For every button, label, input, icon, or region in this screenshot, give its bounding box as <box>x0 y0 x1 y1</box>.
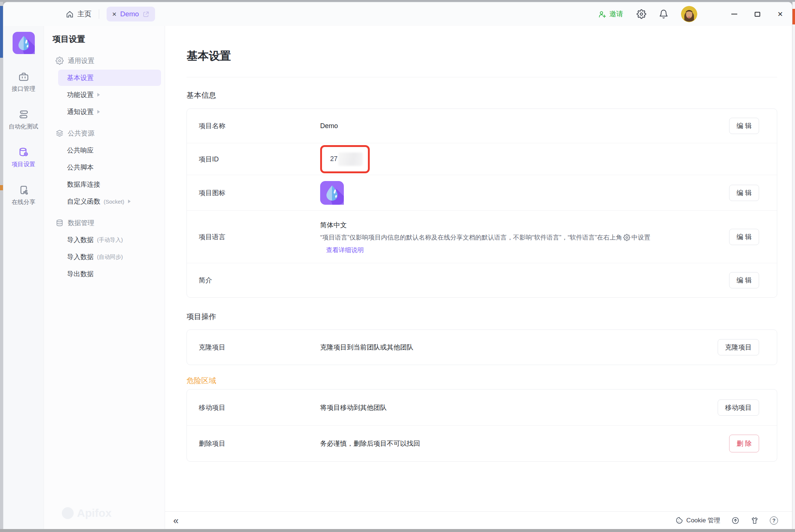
sidebar-item-basic-settings[interactable]: 基本设置 <box>58 70 161 86</box>
expand-arrow-icon <box>97 110 100 114</box>
sidebar-item-custom-functions[interactable]: 自定义函数 (Socket) <box>58 193 161 210</box>
topbar-right: 邀请 × <box>598 6 784 22</box>
tab-demo[interactable]: × Demo <box>107 7 155 21</box>
sidebar-item-label: 基本设置 <box>67 73 94 82</box>
maximize-icon <box>755 12 760 17</box>
tab-close-icon[interactable]: × <box>112 10 117 18</box>
edit-project-name-button[interactable]: 编 辑 <box>729 118 759 134</box>
row-project-name: 项目名称 Demo 编 辑 <box>187 109 777 143</box>
settings-sidebar: 项目设置 通用设置 基本设置 功能设置 通知设置 <box>44 26 165 529</box>
row-project-id: 项目ID 27 <box>187 143 777 175</box>
apifox-watermark-logo <box>62 507 74 519</box>
sidebar-item-export-data[interactable]: 导出数据 <box>58 266 161 282</box>
view-details-link[interactable]: 查看详细说明 <box>326 245 729 255</box>
sidebar-item-notification-settings[interactable]: 通知设置 <box>58 104 161 120</box>
delete-project-label: 删除项目 <box>199 439 320 448</box>
sidebar-item-public-responses[interactable]: 公共响应 <box>58 142 161 158</box>
project-language-description: “项目语言”仅影响项目内信息的默认名称及在线分享文档的默认语言，不影响“软件语言… <box>320 232 729 243</box>
rail-item-project-settings[interactable]: 项目设置 <box>3 144 44 171</box>
project-language-value-block: 简体中文 “项目语言”仅影响项目内信息的默认名称及在线分享文档的默认语言，不影响… <box>320 213 729 261</box>
upload-circle-icon[interactable] <box>731 516 739 525</box>
edit-project-icon-button[interactable]: 编 辑 <box>729 185 759 201</box>
sidebar-title: 项目设置 <box>44 26 165 53</box>
sidebar-item-suffix: (Socket) <box>104 198 124 205</box>
cookie-manager-label: Cookie 管理 <box>686 516 720 525</box>
rail-item-automated-testing[interactable]: 自动化测试 <box>3 106 44 133</box>
sidebar-item-label: 功能设置 <box>67 90 94 99</box>
main-content: 基本设置 基本信息 项目名称 Demo 编 辑 项目ID 27 <box>165 26 792 529</box>
project-name-value: Demo <box>320 122 729 130</box>
divider <box>187 77 777 77</box>
background-window-edge-right <box>792 0 795 532</box>
sidebar-group-general: 通用设置 基本设置 功能设置 通知设置 <box>44 53 165 120</box>
inline-gear-icon <box>623 234 630 241</box>
app-logo <box>13 32 35 54</box>
rail-item-api-management[interactable]: 接口管理 <box>3 68 44 96</box>
help-icon[interactable]: ? <box>770 516 778 525</box>
sidebar-item-database-connections[interactable]: 数据库连接 <box>58 176 161 193</box>
clone-project-button[interactable]: 克隆项目 <box>718 339 759 355</box>
window-minimize-button[interactable] <box>731 14 738 14</box>
delete-project-button[interactable]: 删 除 <box>729 435 759 452</box>
section-basic-info-label: 基本信息 <box>187 90 777 100</box>
sidebar-item-public-scripts[interactable]: 公共脚本 <box>58 159 161 175</box>
move-project-button[interactable]: 移动项目 <box>718 399 759 416</box>
project-name-label: 项目名称 <box>199 121 320 130</box>
clone-project-description: 克隆项目到当前团队或其他团队 <box>320 343 718 352</box>
window-close-button[interactable]: × <box>776 10 784 19</box>
sidebar-group-label: 数据管理 <box>68 218 94 227</box>
sidebar-item-label: 数据库连接 <box>67 180 100 189</box>
project-settings-icon <box>18 147 29 158</box>
sidebar-item-import-data-sync[interactable]: 导入数据 (自动同步) <box>58 249 161 265</box>
user-avatar[interactable] <box>681 6 697 22</box>
rail-item-label: 项目设置 <box>12 161 36 168</box>
edit-project-intro-button[interactable]: 编 辑 <box>729 272 759 288</box>
rail-item-label: 自动化测试 <box>9 123 38 131</box>
close-icon: × <box>778 10 783 19</box>
invite-person-icon <box>598 10 607 19</box>
edit-project-language-button[interactable]: 编 辑 <box>729 229 759 245</box>
minimize-icon <box>731 14 737 14</box>
sidebar-item-label: 导入数据 <box>67 235 94 244</box>
project-language-label: 项目语言 <box>199 232 320 241</box>
open-external-icon[interactable] <box>142 11 150 18</box>
row-project-icon: 项目图标 <box>187 175 777 210</box>
apifox-watermark: Apifox <box>62 507 111 519</box>
home-button[interactable]: 主页 <box>66 9 91 19</box>
sidebar-item-feature-settings[interactable]: 功能设置 <box>58 87 161 103</box>
invite-button[interactable]: 邀请 <box>598 9 623 19</box>
window-maximize-button[interactable] <box>754 12 761 17</box>
sidebar-group-label: 通用设置 <box>68 56 94 65</box>
rail-item-label: 接口管理 <box>12 85 36 93</box>
row-project-language: 项目语言 简体中文 “项目语言”仅影响项目内信息的默认名称及在线分享文档的默认语… <box>187 210 777 263</box>
cookie-icon <box>675 516 683 524</box>
settings-scroll-area: 基本设置 基本信息 项目名称 Demo 编 辑 项目ID 27 <box>165 26 792 511</box>
top-bar: 主页 × Demo 邀请 × <box>3 2 792 26</box>
project-intro-label: 简介 <box>199 276 320 285</box>
sidebar-item-label: 导出数据 <box>67 270 94 278</box>
move-project-description: 将项目移动到其他团队 <box>320 403 718 412</box>
sidebar-item-label: 通知设置 <box>67 107 94 116</box>
theme-shirt-icon[interactable] <box>751 516 759 525</box>
section-operations-label: 项目操作 <box>187 311 777 322</box>
rail-item-label: 在线分享 <box>12 198 36 206</box>
sidebar-group-header: 数据管理 <box>44 215 165 231</box>
redacted-id-blur <box>338 153 363 166</box>
sidebar-group-public-resources: 公共资源 公共响应 公共脚本 数据库连接 自定义函数 (Socket) <box>44 125 165 210</box>
project-icon-value <box>320 181 729 205</box>
sidebar-group-header: 公共资源 <box>44 125 165 141</box>
delete-project-description: 务必谨慎，删除后项目不可以找回 <box>320 439 729 448</box>
sidebar-item-suffix: (手动导入) <box>97 237 123 244</box>
rail-item-online-share[interactable]: 在线分享 <box>3 181 44 209</box>
sidebar-item-suffix: (自动同步) <box>97 254 123 261</box>
status-bar: « Cookie 管理 ? <box>165 511 792 529</box>
clone-project-label: 克隆项目 <box>199 343 320 352</box>
settings-gear-icon[interactable] <box>637 9 646 19</box>
section-danger-zone-label: 危险区域 <box>187 375 777 386</box>
gear-icon <box>56 57 64 65</box>
collapse-sidebar-button[interactable]: « <box>173 516 178 525</box>
project-icon-image <box>320 181 344 205</box>
notifications-bell-icon[interactable] <box>659 9 668 19</box>
cookie-manager-button[interactable]: Cookie 管理 <box>675 516 720 525</box>
sidebar-item-import-data-manual[interactable]: 导入数据 (手动导入) <box>58 232 161 248</box>
